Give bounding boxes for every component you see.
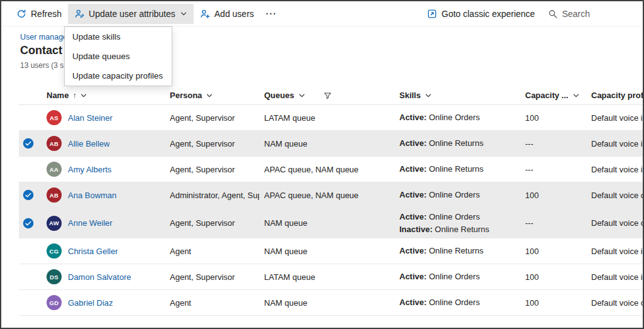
- check-circle-icon[interactable]: [23, 218, 34, 229]
- capacity-cell: 100: [520, 111, 586, 125]
- table-header: Name ↑ Persona Queues: [19, 86, 643, 105]
- persona-cell: Agent, Supervisor: [165, 216, 259, 230]
- queues-cell: LATAM queue: [259, 111, 394, 125]
- row-select-cell[interactable]: [19, 245, 42, 257]
- capacity-cell: ---: [520, 137, 586, 151]
- table-row[interactable]: AB Allie Bellew Agent, Supervisor NAM qu…: [19, 131, 643, 157]
- row-select-cell[interactable]: [19, 164, 42, 175]
- search-button[interactable]: Search: [541, 4, 596, 24]
- column-header-queues[interactable]: Queues: [259, 91, 394, 100]
- table-row[interactable]: AW Anne Weiler Agent, Supervisor NAM que…: [19, 208, 643, 238]
- capacity-profile-cell: Default voice c: [586, 296, 643, 310]
- user-name-link[interactable]: Allie Bellew: [68, 139, 109, 148]
- user-name-link[interactable]: Ana Bowman: [68, 191, 116, 200]
- column-label-name: Name: [47, 91, 69, 100]
- more-icon: ⋯: [265, 7, 277, 20]
- column-header-capacity-profile[interactable]: Capacity profi: [586, 91, 643, 100]
- queues-cell: NAM queue: [259, 137, 394, 151]
- add-users-button[interactable]: Add users: [194, 4, 260, 24]
- skills-cell: Active: Online Orders: [394, 109, 520, 126]
- column-header-persona[interactable]: Persona: [165, 91, 259, 100]
- avatar: DS: [47, 269, 62, 284]
- chevron-down-icon: [572, 92, 580, 99]
- check-circle-icon[interactable]: [23, 189, 34, 201]
- name-cell: AW Anne Weiler: [42, 213, 165, 233]
- chevron-down-icon: [425, 92, 432, 99]
- name-cell: AA Amy Alberts: [42, 159, 165, 179]
- table-body: AS Alan Steiner Agent, Supervisor LATAM …: [19, 105, 643, 316]
- queues-cell: NAM queue: [259, 216, 394, 230]
- avatar: GD: [47, 295, 62, 310]
- column-label-skills: Skills: [399, 91, 421, 100]
- persona-cell: Agent: [165, 296, 259, 310]
- menu-item-update-capacity-profiles[interactable]: Update capacity profiles: [65, 66, 172, 86]
- column-header-name[interactable]: Name ↑: [42, 91, 165, 100]
- row-select-cell[interactable]: [19, 112, 42, 123]
- user-name-link[interactable]: Christa Geller: [68, 247, 118, 256]
- search-icon: [548, 9, 558, 19]
- column-header-skills[interactable]: Skills: [394, 91, 520, 100]
- goto-classic-label: Goto classic experience: [441, 9, 535, 19]
- persona-cell: Administrator, Agent, Sup: [165, 188, 259, 203]
- command-bar: Refresh Update user attributes Add users…: [1, 1, 643, 26]
- menu-item-update-queues[interactable]: Update queues: [65, 47, 172, 66]
- menu-item-update-skills[interactable]: Update skills: [65, 27, 172, 47]
- table-row[interactable]: AB Ana Bowman Administrator, Agent, Sup …: [19, 182, 643, 208]
- row-select-cell[interactable]: [19, 297, 42, 308]
- skills-cell: Active: Online Orders: [394, 294, 520, 311]
- open-classic-icon: [427, 9, 437, 19]
- table-row[interactable]: AS Alan Steiner Agent, Supervisor LATAM …: [19, 105, 643, 131]
- more-commands-button[interactable]: ⋯: [260, 4, 282, 24]
- name-cell: AB Ana Bowman: [42, 185, 165, 205]
- skills-cell: Active: Online Returns: [394, 135, 520, 152]
- person-edit-icon: [74, 9, 84, 19]
- check-circle-icon[interactable]: [23, 138, 34, 149]
- user-name-link[interactable]: Gabriel Diaz: [68, 298, 113, 308]
- update-user-attributes-label: Update user attributes: [89, 9, 175, 19]
- table-row[interactable]: DS Damon Salvatore Agent, Supervisor LAT…: [19, 264, 643, 290]
- table-row[interactable]: GD Gabriel Diaz Agent NAM queue Active: …: [19, 290, 643, 316]
- breadcrumb-link[interactable]: User manage: [20, 33, 67, 42]
- name-cell: DS Damon Salvatore: [42, 267, 165, 287]
- capacity-cell: 100: [520, 296, 586, 310]
- user-name-link[interactable]: Amy Alberts: [68, 165, 111, 174]
- row-select-cell[interactable]: [19, 138, 42, 149]
- chevron-down-icon: [298, 92, 306, 99]
- capacity-profile-cell: Default voice i: [586, 137, 643, 151]
- sort-ascending-icon: ↑: [72, 91, 76, 100]
- name-cell: AS Alan Steiner: [42, 108, 165, 128]
- capacity-cell: 100: [520, 270, 586, 284]
- user-name-link[interactable]: Alan Steiner: [68, 113, 113, 123]
- capacity-cell: ---: [520, 162, 586, 177]
- goto-classic-button[interactable]: Goto classic experience: [421, 4, 541, 24]
- name-cell: CG Christa Geller: [42, 241, 165, 261]
- users-table: Name ↑ Persona Queues: [19, 86, 643, 316]
- capacity-profile-cell: Default voice c: [586, 188, 643, 203]
- persona-cell: Agent, Supervisor: [165, 270, 259, 284]
- persona-cell: Agent, Supervisor: [165, 137, 259, 151]
- skills-cell: Active: Online Orders: [394, 186, 520, 204]
- row-select-cell[interactable]: [19, 218, 42, 229]
- user-name-link[interactable]: Damon Salvatore: [68, 272, 131, 282]
- refresh-button[interactable]: Refresh: [10, 4, 68, 24]
- search-label: Search: [562, 9, 590, 19]
- persona-cell: Agent, Supervisor: [165, 162, 259, 177]
- capacity-profile-cell: Default voice i: [586, 162, 643, 177]
- column-header-capacity[interactable]: Capacity ...: [520, 91, 586, 100]
- skills-cell: Active: Online Returns: [394, 160, 520, 178]
- filter-icon[interactable]: [323, 91, 332, 100]
- queues-cell: APAC queue, NAM queue: [259, 188, 394, 203]
- user-name-link[interactable]: Anne Weiler: [68, 218, 113, 228]
- row-select-cell[interactable]: [19, 189, 42, 201]
- table-row[interactable]: CG Christa Geller Agent NAM queue Active…: [19, 238, 643, 264]
- name-cell: AB Allie Bellew: [42, 133, 165, 153]
- column-label-capacity: Capacity ...: [525, 91, 569, 100]
- table-row[interactable]: AA Amy Alberts Agent, Supervisor APAC qu…: [19, 157, 643, 182]
- update-user-attributes-button[interactable]: Update user attributes: [68, 4, 194, 24]
- refresh-label: Refresh: [31, 9, 62, 19]
- persona-cell: Agent: [165, 244, 259, 259]
- row-select-cell[interactable]: [19, 271, 42, 282]
- app-window: Refresh Update user attributes Add users…: [0, 0, 644, 329]
- queues-cell: NAM queue: [259, 296, 394, 310]
- chevron-down-icon: [206, 92, 213, 99]
